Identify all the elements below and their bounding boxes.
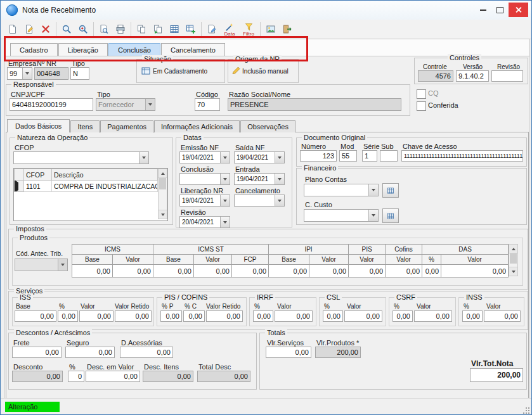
csl-pct-field[interactable]: 0,00 — [323, 310, 343, 322]
chave-field[interactable]: 1111111111111111111111111111111111111111… — [401, 150, 523, 162]
scroll-up-button[interactable] — [159, 169, 167, 178]
tab-cancelamento[interactable]: Cancelamento — [161, 43, 225, 56]
desconto-pct-field[interactable]: 0 — [68, 371, 84, 382]
tax-cell[interactable]: 0,00 — [386, 265, 422, 278]
pc-retido-field[interactable]: 0,00 — [206, 310, 243, 322]
image-button[interactable] — [263, 20, 279, 38]
irrf-valor-field[interactable]: 0,00 — [275, 310, 313, 322]
date-dropdown-button[interactable] — [275, 195, 284, 206]
pp-field[interactable]: 0,00 — [160, 310, 182, 322]
seguro-field[interactable]: 0,00 — [65, 347, 115, 358]
iss-pct-field[interactable]: 0,00 — [58, 310, 78, 322]
conclusao-field[interactable] — [179, 173, 230, 185]
tax-cell[interactable]: 0,00 — [349, 265, 386, 278]
tax-cell[interactable]: 0,00 — [153, 265, 194, 278]
tax-cell[interactable]: 0,00 — [422, 265, 441, 278]
sub-field[interactable] — [380, 150, 398, 162]
search-button[interactable] — [58, 20, 75, 38]
emissao-nf-field[interactable]: 19/04/2021 — [179, 151, 230, 163]
table-row[interactable]: 1101 COMPRA DE INDUSTRIALIZACAO — [15, 181, 158, 192]
scrollbar-thumb[interactable] — [159, 178, 166, 189]
copy-items-button[interactable] — [133, 20, 150, 38]
tax-cell[interactable]: 0,00 — [232, 265, 269, 278]
cfop-combo[interactable] — [13, 151, 149, 164]
data-tool-button[interactable]: Data — [220, 20, 239, 38]
cancelamento-field[interactable] — [234, 195, 285, 207]
tax-cell[interactable]: 0,00 — [72, 265, 113, 278]
tab-conclusao[interactable]: Conclusão — [108, 43, 160, 56]
iss-base-field[interactable]: 0,00 — [15, 310, 56, 322]
consult-grid-button[interactable] — [166, 20, 183, 38]
filter-button[interactable]: Filtro — [239, 20, 258, 38]
empresa-combo[interactable]: 99 — [7, 67, 32, 80]
delete-record-button[interactable] — [37, 20, 54, 38]
inss-pct-field[interactable]: 0,00 — [462, 310, 483, 322]
pc-field[interactable]: 0,00 — [183, 310, 205, 322]
scroll-up-button[interactable] — [509, 245, 517, 253]
tab-liberacao[interactable]: Liberação — [58, 43, 108, 56]
csl-valor-field[interactable]: 0,00 — [344, 310, 382, 322]
tab-cadastro[interactable]: Cadastro — [10, 43, 58, 56]
codigo-field[interactable]: 70 — [195, 98, 220, 111]
tab-informacoes-adicionais[interactable]: Informações Adicionais — [154, 120, 240, 132]
new-record-button[interactable] — [4, 20, 21, 38]
scroll-down-button[interactable] — [509, 267, 517, 276]
tax-cell[interactable]: 0,00 — [441, 265, 509, 278]
tipo-field[interactable]: N — [70, 67, 89, 80]
cell-descricao[interactable]: COMPRA DE INDUSTRIALIZACAO — [52, 181, 158, 192]
scrollbar-thumb[interactable] — [510, 253, 517, 264]
plano-contas-lookup-button[interactable] — [382, 183, 399, 198]
liberacao-nr-field[interactable]: 19/04/2021 — [179, 195, 230, 207]
cell-cfop[interactable]: 1101 — [24, 181, 52, 192]
numero-field[interactable]: 123 — [300, 150, 337, 162]
frete-field[interactable]: 0,00 — [12, 347, 62, 358]
date-dropdown-button[interactable] — [220, 195, 230, 206]
cfop-grid-scrollbar[interactable] — [158, 169, 167, 219]
tax-cell[interactable]: 0,00 — [194, 265, 232, 278]
conferida-checkbox[interactable] — [417, 101, 426, 111]
advanced-search-button[interactable] — [75, 20, 91, 38]
irrf-pct-field[interactable]: 0,00 — [253, 310, 273, 322]
impostos-scrollbar[interactable] — [509, 244, 518, 276]
minimize-button[interactable] — [474, 3, 491, 16]
c-custo-combo[interactable] — [304, 209, 379, 222]
c-custo-dropdown-button[interactable] — [368, 210, 378, 221]
date-dropdown-button[interactable] — [275, 174, 284, 184]
iss-retido-field[interactable]: 0,00 — [115, 310, 152, 322]
exit-button[interactable] — [279, 20, 295, 38]
date-dropdown-button[interactable] — [220, 217, 230, 227]
inss-valor-field[interactable]: 0,00 — [484, 310, 521, 322]
cfop-grid[interactable]: CFOP Descrição 1101 COMPRA DE INDUSTRIAL… — [13, 168, 168, 221]
entrada-field[interactable]: 19/04/2021 — [234, 173, 285, 185]
close-button[interactable] — [509, 3, 528, 17]
cfop-dropdown-button[interactable] — [139, 152, 148, 163]
empresa-dropdown-button[interactable] — [22, 68, 32, 79]
table-row[interactable]: 0,00 0,00 0,00 0,00 0,00 0,00 0,00 0,00 … — [72, 265, 509, 278]
copy-note-button[interactable] — [150, 20, 166, 38]
edit-record-button[interactable] — [21, 20, 37, 38]
plano-contas-dropdown-button[interactable] — [368, 184, 378, 196]
scroll-down-button[interactable] — [159, 210, 167, 219]
resize-grip[interactable] — [526, 407, 527, 409]
tab-itens[interactable]: Itens — [70, 120, 100, 132]
csrf-valor-field[interactable]: 0,00 — [414, 310, 452, 322]
print-button[interactable] — [112, 20, 129, 38]
plano-contas-combo[interactable] — [304, 184, 379, 196]
date-dropdown-button[interactable] — [275, 152, 284, 163]
tab-pagamentos[interactable]: Pagamentos — [100, 120, 153, 132]
revisao-data-field[interactable]: 20/04/2021 — [179, 216, 230, 228]
csrf-pct-field[interactable]: 0,00 — [393, 310, 413, 322]
cq-checkbox[interactable] — [417, 89, 426, 99]
serie-field[interactable]: 1 — [362, 150, 377, 162]
tax-cell[interactable]: 0,00 — [113, 265, 153, 278]
date-dropdown-button[interactable] — [220, 152, 230, 163]
tax-cell[interactable]: 0,00 — [309, 265, 349, 278]
tax-cell[interactable]: 0,00 — [269, 265, 309, 278]
saida-nf-field[interactable]: 19/04/2021 — [234, 151, 285, 163]
iss-valor-field[interactable]: 0,00 — [79, 310, 114, 322]
maximize-button[interactable] — [491, 3, 509, 16]
cnpj-field[interactable]: 64048192000199 — [10, 98, 93, 111]
grid-insert-button[interactable] — [183, 20, 199, 38]
edit-note-button[interactable] — [204, 20, 220, 38]
mod-field[interactable]: 55 — [339, 150, 357, 162]
